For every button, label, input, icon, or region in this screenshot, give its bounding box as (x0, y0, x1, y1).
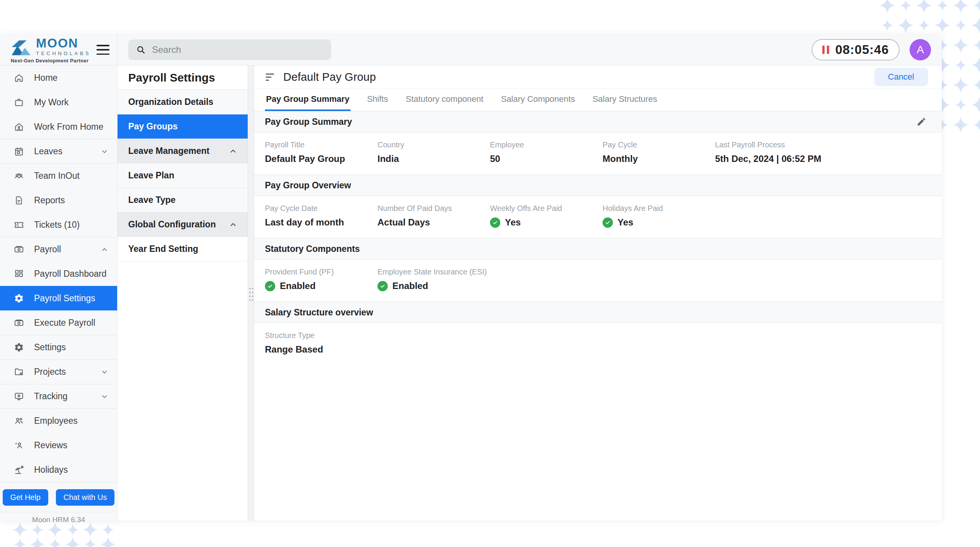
settings-nav-item-pay-groups[interactable]: Pay Groups (118, 114, 248, 139)
main-empty-area (254, 365, 942, 521)
drag-handle-icon[interactable] (249, 288, 253, 301)
edit-pencil-icon[interactable] (916, 117, 926, 127)
sidebar-item-payroll[interactable]: Payroll (0, 237, 117, 261)
sparkle-decoration (882, 20, 893, 31)
sidebar-item-settings[interactable]: Settings (0, 335, 117, 359)
settings-nav-item-year-end-setting[interactable]: Year End Setting (118, 237, 248, 261)
sidebar-item-reviews[interactable]: Reviews (0, 433, 117, 457)
sidebar-item-my-work[interactable]: My Work (0, 90, 117, 114)
settings-nav-item-global-configuration[interactable]: Global Configuration (118, 212, 248, 237)
cancel-button[interactable]: Cancel (874, 68, 928, 86)
sidebar-item-label: Team InOut (34, 171, 80, 181)
sparkle-decoration (937, 0, 948, 11)
field-value: Default Pay Group (265, 153, 377, 164)
settings-nav-item-label: Organization Details (128, 97, 213, 107)
sidebar-item-home[interactable]: Home (0, 65, 117, 90)
field-label: Number Of Paid Days (377, 204, 490, 213)
sidebar-item-payroll-dashboard[interactable]: Payroll Dashboard (0, 261, 117, 286)
chat-with-us-button[interactable]: Chat with Us (56, 489, 114, 506)
team-icon (14, 171, 24, 181)
settings-nav-item-organization-details[interactable]: Organization Details (118, 90, 248, 114)
tab-statutory-component[interactable]: Statutory component (405, 89, 485, 111)
sidebar-item-label: Payroll Dashboard (34, 269, 106, 279)
field-label: Employee State Insurance (ESI) (377, 268, 490, 276)
gear-icon (14, 293, 24, 304)
sidebar-item-label: Payroll (34, 244, 61, 255)
search-bar[interactable] (128, 39, 331, 60)
hamburger-menu-icon[interactable] (96, 45, 109, 55)
settings-nav-item-leave-type[interactable]: Leave Type (118, 188, 248, 212)
field-provident-fund-pf: Provident Fund (PF)Enabled (265, 268, 377, 291)
field-label: Holidays Are Paid (603, 204, 715, 213)
sidebar-item-reports[interactable]: Reports (0, 188, 117, 212)
employees-icon (14, 416, 24, 426)
field-label: Pay Cycle Date (265, 204, 377, 213)
tab-pay-group-summary[interactable]: Pay Group Summary (265, 89, 351, 111)
search-input[interactable] (152, 44, 323, 55)
logo-mountains-icon (11, 39, 33, 56)
sparkle-decoration (879, 0, 895, 13)
section-header-pay-group-overview: Pay Group Overview (254, 175, 942, 196)
main-content: Default Pay Group Cancel Pay Group Summa… (254, 65, 942, 521)
ticket-icon (14, 220, 24, 230)
section-header-statutory-components: Statutory Components (254, 238, 942, 260)
field-value: Monthly (603, 153, 715, 164)
tab-salary-structures[interactable]: Salary Structures (591, 89, 658, 111)
check-circle-icon (377, 281, 388, 291)
home-icon (14, 73, 24, 83)
moon-technolabs-logo: MOON TECHNOLABS Next-Gen Development Par… (11, 37, 91, 63)
sidebar-item-team-inout[interactable]: Team InOut (0, 163, 117, 188)
chevron-down-icon (100, 392, 109, 401)
cash-icon (14, 244, 24, 255)
monitor-icon (14, 391, 24, 402)
get-help-button[interactable]: Get Help (3, 489, 48, 506)
chevron-up-icon (100, 245, 109, 254)
panel-resize-gutter[interactable] (248, 65, 254, 521)
main-header: Default Pay Group Cancel (254, 65, 942, 89)
chevron-up-icon (229, 220, 238, 229)
sidebar-item-employees[interactable]: Employees (0, 408, 117, 433)
logo-sub-text: TECHNOLABS (36, 51, 91, 56)
sidebar: HomeMy WorkWork From HomeLeavesTeam InOu… (0, 65, 118, 521)
logo-tagline: Next-Gen Development Partner (11, 58, 91, 63)
tab-salary-components[interactable]: Salary Components (500, 89, 576, 111)
dashboard-icon (14, 269, 24, 279)
wfh-icon (14, 122, 24, 132)
sort-lines-icon[interactable] (266, 73, 274, 81)
reviews-icon (14, 440, 24, 451)
sidebar-item-label: Reports (34, 195, 65, 206)
avatar-initial: A (917, 44, 924, 56)
settings-nav-item-leave-management[interactable]: Leave Management (118, 139, 248, 163)
settings-nav-item-leave-plan[interactable]: Leave Plan (118, 163, 248, 188)
section-title: Pay Group Overview (265, 180, 351, 191)
sidebar-item-payroll-settings[interactable]: Payroll Settings (0, 286, 117, 310)
user-avatar[interactable]: A (910, 39, 931, 60)
tab-shifts[interactable]: Shifts (366, 89, 389, 111)
field-value: India (377, 153, 490, 164)
sparkle-decoration (971, 97, 980, 113)
tab-bar: Pay Group SummaryShiftsStatutory compone… (254, 89, 942, 111)
folder-icon (14, 367, 24, 377)
pause-icon[interactable] (822, 46, 829, 54)
section-fields-pay-group-overview: Pay Cycle DateLast day of monthNumber Of… (254, 196, 942, 238)
page: MOON TECHNOLABS Next-Gen Development Par… (0, 0, 980, 547)
settings-nav-item-label: Leave Plan (128, 170, 174, 181)
sidebar-item-projects[interactable]: Projects (0, 359, 117, 384)
sidebar-item-execute-payroll[interactable]: Execute Payroll (0, 310, 117, 335)
sidebar-item-work-from-home[interactable]: Work From Home (0, 114, 117, 139)
logo-brand-text: MOON (36, 37, 91, 49)
field-label: Country (377, 140, 490, 149)
sparkle-decoration (30, 537, 45, 547)
sidebar-item-tracking[interactable]: Tracking (0, 384, 117, 408)
sidebar-item-tickets-10[interactable]: Tickets (10) (0, 212, 117, 237)
sidebar-item-label: Home (34, 73, 57, 83)
work-timer[interactable]: 08:05:46 (812, 39, 900, 60)
section-header-salary-structure-overview: Salary Structure overview (254, 302, 942, 323)
sidebar-item-holidays[interactable]: Holidays (0, 457, 117, 482)
settings-nav-items: Organization DetailsPay GroupsLeave Mana… (118, 90, 248, 261)
field-pay-cycle: Pay CycleMonthly (603, 140, 715, 164)
sidebar-item-label: Work From Home (34, 122, 103, 132)
check-circle-icon (490, 217, 500, 228)
field-last-payroll-process: Last Payroll Process5th Dec, 2024 | 06:5… (715, 140, 828, 164)
sidebar-item-leaves[interactable]: Leaves (0, 139, 117, 163)
